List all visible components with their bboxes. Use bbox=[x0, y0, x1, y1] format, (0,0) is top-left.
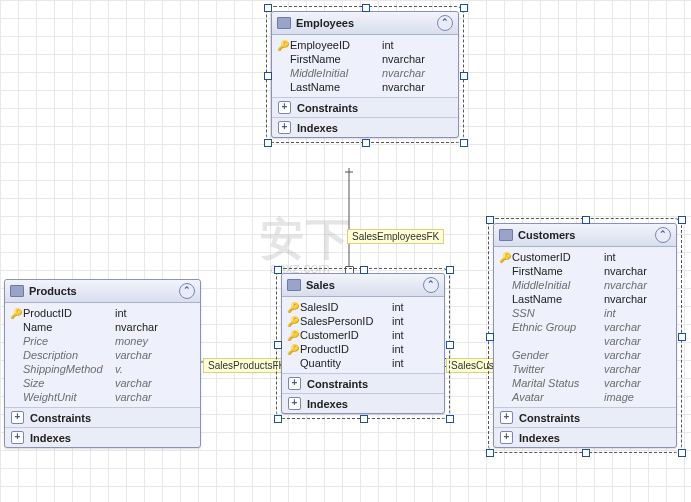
section-label: Indexes bbox=[519, 432, 560, 444]
section-label: Constraints bbox=[297, 102, 358, 114]
expand-icon: + bbox=[500, 431, 513, 444]
entity-customers[interactable]: Customers⌃🔑CustomerIDintFirstNamenvarcha… bbox=[493, 223, 677, 448]
collapse-icon[interactable]: ⌃ bbox=[179, 283, 195, 299]
column-row[interactable]: Pricemoney bbox=[5, 334, 200, 348]
section-header-indexes[interactable]: +Indexes bbox=[5, 428, 200, 447]
column-row[interactable]: MiddleInitialnvarchar bbox=[272, 66, 458, 80]
resize-handle[interactable] bbox=[678, 216, 686, 224]
resize-handle[interactable] bbox=[274, 266, 282, 274]
column-type: nvarchar bbox=[604, 265, 670, 277]
table-icon bbox=[277, 17, 291, 29]
resize-handle[interactable] bbox=[362, 139, 370, 147]
entity-products[interactable]: Products⌃🔑ProductIDintNamenvarcharPricem… bbox=[4, 279, 201, 448]
column-row[interactable]: 🔑ProductIDint bbox=[5, 306, 200, 320]
column-name: WeightUnit bbox=[23, 391, 115, 403]
entity-employees[interactable]: Employees⌃🔑EmployeeIDintFirstNamenvarcha… bbox=[271, 11, 459, 138]
resize-handle[interactable] bbox=[446, 266, 454, 274]
column-row[interactable]: 🔑SalesPersonIDint bbox=[282, 314, 444, 328]
collapse-icon[interactable]: ⌃ bbox=[655, 227, 671, 243]
resize-handle[interactable] bbox=[460, 72, 468, 80]
column-row[interactable]: LastNamenvarchar bbox=[494, 292, 676, 306]
column-row[interactable]: Ethnic Groupvarchar bbox=[494, 320, 676, 334]
column-row[interactable]: FirstNamenvarchar bbox=[272, 52, 458, 66]
expand-icon: + bbox=[288, 377, 301, 390]
collapse-icon[interactable]: ⌃ bbox=[437, 15, 453, 31]
resize-handle[interactable] bbox=[446, 341, 454, 349]
column-name: SalesPersonID bbox=[300, 315, 392, 327]
column-row[interactable]: 🔑EmployeeIDint bbox=[272, 38, 458, 52]
column-type: nvarchar bbox=[115, 321, 194, 333]
resize-handle[interactable] bbox=[360, 266, 368, 274]
resize-handle[interactable] bbox=[582, 449, 590, 457]
resize-handle[interactable] bbox=[274, 415, 282, 423]
resize-handle[interactable] bbox=[362, 4, 370, 12]
resize-handle[interactable] bbox=[678, 449, 686, 457]
column-row[interactable]: 🔑SalesIDint bbox=[282, 300, 444, 314]
column-row[interactable]: LastNamenvarchar bbox=[272, 80, 458, 94]
column-row[interactable]: Marital Statusvarchar bbox=[494, 376, 676, 390]
column-row[interactable]: ShippingMethodv. bbox=[5, 362, 200, 376]
fk-label-sales-employees[interactable]: SalesEmployeesFK bbox=[347, 229, 444, 244]
resize-handle[interactable] bbox=[360, 415, 368, 423]
expand-icon: + bbox=[11, 431, 24, 444]
table-icon bbox=[10, 285, 24, 297]
resize-handle[interactable] bbox=[486, 449, 494, 457]
column-row[interactable]: Descriptionvarchar bbox=[5, 348, 200, 362]
key-icon: 🔑 bbox=[276, 40, 290, 51]
resize-handle[interactable] bbox=[264, 72, 272, 80]
column-name: ShippingMethod bbox=[23, 363, 115, 375]
fk-label-sales-products[interactable]: SalesProductsFK bbox=[203, 358, 290, 373]
section-header-indexes[interactable]: +Indexes bbox=[282, 394, 444, 413]
column-type: varchar bbox=[604, 349, 670, 361]
column-row[interactable]: Gendervarchar bbox=[494, 348, 676, 362]
expand-icon: + bbox=[500, 411, 513, 424]
column-type: nvarchar bbox=[382, 67, 452, 79]
section-header-constraints[interactable]: +Constraints bbox=[5, 408, 200, 427]
section-header-constraints[interactable]: +Constraints bbox=[282, 374, 444, 393]
section-header-indexes[interactable]: +Indexes bbox=[272, 118, 458, 137]
resize-handle[interactable] bbox=[446, 415, 454, 423]
column-row[interactable]: WeightUnitvarchar bbox=[5, 390, 200, 404]
column-type: int bbox=[604, 251, 670, 263]
section-label: Indexes bbox=[297, 122, 338, 134]
column-row[interactable]: 🔑CustomerIDint bbox=[282, 328, 444, 342]
column-type: int bbox=[604, 307, 670, 319]
resize-handle[interactable] bbox=[582, 216, 590, 224]
section-label: Constraints bbox=[307, 378, 368, 390]
column-row[interactable]: varchar bbox=[494, 334, 676, 348]
column-row[interactable]: Twittervarchar bbox=[494, 362, 676, 376]
column-name: MiddleInitial bbox=[290, 67, 382, 79]
resize-handle[interactable] bbox=[460, 4, 468, 12]
column-type: varchar bbox=[115, 391, 194, 403]
entity-title: Products bbox=[29, 285, 77, 297]
column-row[interactable]: Namenvarchar bbox=[5, 320, 200, 334]
column-row[interactable]: 🔑CustomerIDint bbox=[494, 250, 676, 264]
section-header-indexes[interactable]: +Indexes bbox=[494, 428, 676, 447]
section-header-constraints[interactable]: +Constraints bbox=[272, 98, 458, 117]
resize-handle[interactable] bbox=[486, 216, 494, 224]
column-row[interactable]: SSNint bbox=[494, 306, 676, 320]
column-row[interactable]: Quantityint bbox=[282, 356, 444, 370]
column-row[interactable]: Sizevarchar bbox=[5, 376, 200, 390]
expand-icon: + bbox=[278, 101, 291, 114]
resize-handle[interactable] bbox=[486, 333, 494, 341]
resize-handle[interactable] bbox=[460, 139, 468, 147]
entity-sales[interactable]: Sales⌃🔑SalesIDint🔑SalesPersonIDint🔑Custo… bbox=[281, 273, 445, 414]
key-icon: 🔑 bbox=[286, 302, 300, 313]
resize-handle[interactable] bbox=[264, 139, 272, 147]
column-name: LastName bbox=[512, 293, 604, 305]
resize-handle[interactable] bbox=[264, 4, 272, 12]
column-row[interactable]: MiddleInitialnvarchar bbox=[494, 278, 676, 292]
column-type: v. bbox=[115, 363, 194, 375]
column-row[interactable]: 🔑ProductIDint bbox=[282, 342, 444, 356]
collapse-icon[interactable]: ⌃ bbox=[423, 277, 439, 293]
column-name: Avatar bbox=[512, 391, 604, 403]
resize-handle[interactable] bbox=[678, 333, 686, 341]
section-header-constraints[interactable]: +Constraints bbox=[494, 408, 676, 427]
key-icon: 🔑 bbox=[9, 308, 23, 319]
column-name: MiddleInitial bbox=[512, 279, 604, 291]
column-row[interactable]: FirstNamenvarchar bbox=[494, 264, 676, 278]
expand-icon: + bbox=[278, 121, 291, 134]
resize-handle[interactable] bbox=[274, 341, 282, 349]
column-row[interactable]: Avatarimage bbox=[494, 390, 676, 404]
